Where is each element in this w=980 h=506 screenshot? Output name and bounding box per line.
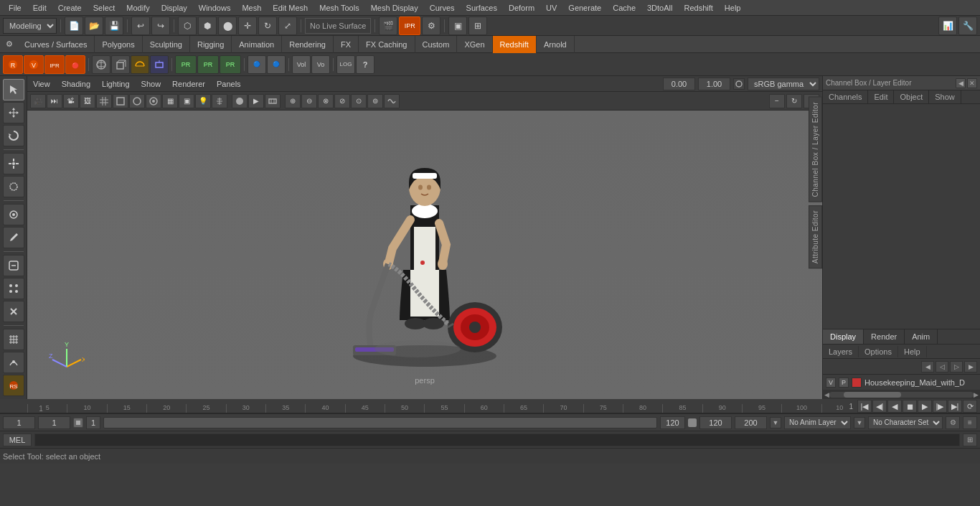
rs-icon-pr2[interactable]: PR [197, 55, 219, 74]
vp-icon-a[interactable]: ⊕ [285, 94, 301, 108]
scale-tool-left-btn[interactable] [3, 153, 24, 174]
menu-curves[interactable]: Curves [424, 2, 461, 14]
panel-close-btn[interactable]: ✕ [967, 78, 977, 88]
menu-mesh-display[interactable]: Mesh Display [365, 2, 424, 14]
new-scene-btn[interactable]: 📄 [65, 17, 83, 35]
menu-uv[interactable]: UV [540, 2, 562, 14]
scroll-left-btn[interactable]: ◀ [824, 391, 829, 398]
vp-smooth-btn[interactable] [129, 94, 145, 108]
channel-tab-channels[interactable]: Channels [823, 90, 868, 103]
menu-mesh[interactable]: Mesh [236, 2, 267, 14]
vp-res-btn[interactable] [265, 94, 281, 108]
script-editor-btn[interactable]: ⊞ [963, 434, 977, 446]
rs-icon-vol2[interactable]: Vo [311, 55, 330, 74]
tab-curves-surfaces[interactable]: Curves / Surfaces [17, 36, 95, 53]
menu-edit-mesh[interactable]: Edit Mesh [267, 2, 314, 14]
component-mode-btn[interactable] [3, 278, 24, 299]
play-stop-btn[interactable]: ◼ [903, 400, 917, 413]
coord-y-field[interactable] [698, 78, 730, 90]
layer-v-btn[interactable]: V [826, 378, 836, 388]
rs-shelf-icon-2[interactable]: V [24, 55, 44, 74]
menu-select[interactable]: Select [88, 2, 121, 14]
tab-arnold[interactable]: Arnold [537, 36, 575, 53]
viewport-menu-view[interactable]: View [30, 79, 53, 89]
anim-range-start[interactable] [699, 416, 732, 429]
coord-x-field[interactable] [663, 78, 695, 90]
show-manip-btn[interactable] [3, 255, 24, 276]
soft-select-btn[interactable] [3, 204, 24, 225]
layer-icon-2[interactable]: ◁ [936, 361, 948, 373]
rotate-tool-left-btn[interactable] [3, 125, 24, 146]
vp-camera-anim-btn[interactable]: 📽 [63, 94, 79, 108]
gamma-select[interactable]: sRGB gamma [748, 78, 819, 90]
save-scene-btn[interactable]: 💾 [105, 17, 123, 35]
panel-pin-btn[interactable]: ◀ [956, 78, 966, 88]
rs-icon-log[interactable]: LOG [336, 55, 355, 74]
lasso-tool-left-btn[interactable] [3, 176, 24, 197]
undo-btn[interactable]: ↩ [131, 17, 150, 35]
anim-end-frame[interactable] [660, 416, 685, 429]
menu-edit[interactable]: Edit [27, 2, 52, 14]
play-start-btn[interactable]: |◀ [857, 400, 872, 413]
play-next-key-btn[interactable]: |▶ [933, 400, 947, 413]
scroll-right-btn[interactable]: ▶ [974, 391, 979, 398]
snap-curve-btn[interactable] [3, 352, 24, 373]
tab-xgen[interactable]: XGen [457, 36, 492, 53]
layer-p-btn[interactable]: P [839, 378, 849, 388]
anim-layer-dropdown-btn[interactable]: ▼ [854, 417, 865, 428]
menu-display[interactable]: Display [156, 2, 193, 14]
anim-range-dropdown[interactable]: ▼ [770, 417, 781, 428]
channel-box-btn[interactable]: 📊 [938, 17, 957, 35]
menu-surfaces[interactable]: Surfaces [461, 2, 503, 14]
rs-icon-area[interactable] [150, 55, 169, 74]
tab-polygons[interactable]: Polygons [95, 36, 142, 53]
layer-sub-help[interactable]: Help [898, 346, 927, 357]
menu-file[interactable]: File [3, 2, 27, 14]
workspace-dropdown[interactable]: Modeling [3, 18, 57, 34]
viewport[interactable]: View Shading Lighting Show Renderer Pane… [27, 76, 822, 399]
viewport-menu-renderer[interactable]: Renderer [169, 79, 208, 89]
layer-scrollbar-h[interactable]: ◀ ▶ [823, 390, 980, 399]
play-prev-key-btn[interactable]: ◀| [872, 400, 887, 413]
vp-camera-seq-btn[interactable]: ⏭ [47, 94, 62, 108]
play-end-btn[interactable]: ▶| [948, 400, 962, 413]
no-char-set-select[interactable]: No Character Set [868, 416, 943, 429]
command-input[interactable] [34, 434, 960, 446]
channel-box-vertical-tab[interactable]: Channel Box / Layer Editor [809, 97, 822, 202]
vp-wireframe-btn[interactable] [113, 94, 128, 108]
layer-icon-4[interactable]: ▶ [964, 361, 977, 373]
menu-mesh-tools[interactable]: Mesh Tools [314, 2, 364, 14]
vp-shade2-btn[interactable]: ▣ [179, 94, 194, 108]
no-anim-layer-select[interactable]: No Anim Layer [784, 416, 851, 429]
scrollbar-track[interactable] [829, 392, 974, 398]
layer-icon-3[interactable]: ▷ [950, 361, 963, 373]
tab-fx-caching[interactable]: FX Caching [359, 36, 415, 53]
layer-tab-display[interactable]: Display [823, 329, 864, 344]
rs-icon-render-s[interactable]: 🔵 [248, 55, 266, 74]
rs-icon-render-r[interactable]: 🔵 [267, 55, 286, 74]
layout-single-btn[interactable]: ▣ [448, 17, 467, 35]
anim-field-2[interactable] [38, 416, 70, 429]
menu-modify[interactable]: Modify [121, 2, 155, 14]
layer-tab-render[interactable]: Render [864, 329, 905, 344]
lasso-btn[interactable]: ⬢ [198, 17, 217, 35]
rotate-btn[interactable]: ↻ [258, 17, 277, 35]
open-scene-btn[interactable]: 📂 [85, 17, 103, 35]
vp-rotate-btn[interactable]: ↻ [786, 94, 802, 108]
vp-toggle-btn[interactable] [232, 94, 248, 108]
scene-3d-view[interactable]: X Y Z persp [27, 111, 822, 399]
layer-tab-anim[interactable]: Anim [905, 329, 938, 344]
rs-shelf-icon-3[interactable]: IPR [44, 55, 65, 74]
rs-shelf-icon-4[interactable]: 🔴 [65, 55, 85, 74]
viewport-menu-lighting[interactable]: Lighting [99, 79, 133, 89]
play-loop-btn[interactable]: ⟳ [963, 400, 977, 413]
vp-camera-btn[interactable]: 🎥 [30, 94, 46, 108]
vp-zoom-out-btn[interactable]: − [769, 94, 785, 108]
vp-image-plane-btn[interactable]: 🖼 [80, 94, 95, 108]
tab-animation[interactable]: Animation [232, 36, 282, 53]
tab-rigging[interactable]: Rigging [190, 36, 232, 53]
rs-shelf-icon-1[interactable]: R [3, 55, 23, 74]
viewport-menu-show[interactable]: Show [138, 79, 164, 89]
poly-sphere-btn[interactable] [92, 55, 110, 74]
render-globals-btn[interactable]: ⚙ [422, 17, 440, 35]
